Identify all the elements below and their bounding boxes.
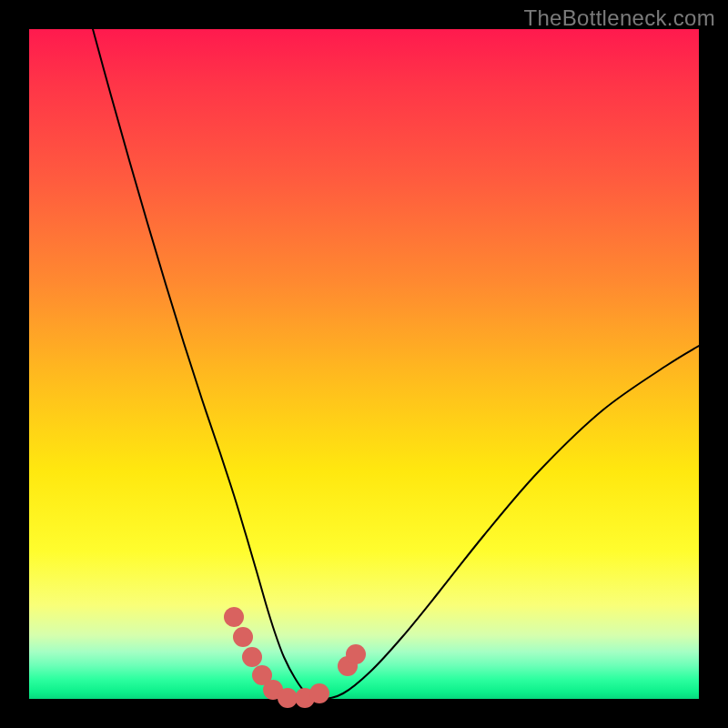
chart-frame: TheBottleneck.com	[0, 0, 728, 728]
highlight-dot	[224, 607, 244, 627]
bottleneck-curve	[93, 29, 699, 699]
highlight-dot	[346, 644, 366, 664]
chart-svg	[29, 29, 699, 699]
highlight-dot	[233, 627, 253, 647]
highlight-dot	[309, 683, 329, 703]
highlight-dot	[242, 647, 262, 667]
highlight-dot	[278, 688, 298, 708]
watermark: TheBottleneck.com	[523, 5, 715, 31]
plot-area	[29, 29, 699, 699]
